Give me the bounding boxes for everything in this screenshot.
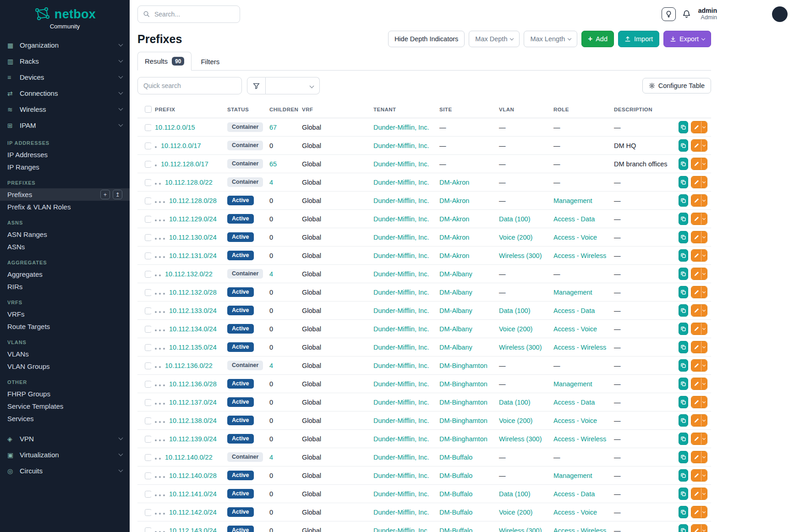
site-link[interactable]: DM-Albany	[439, 344, 472, 351]
row-checkbox[interactable]	[145, 271, 151, 278]
tenant-link[interactable]: Dunder-Mifflin, Inc.	[373, 142, 429, 149]
copy-button[interactable]	[679, 231, 688, 243]
edit-dropdown-caret[interactable]	[701, 268, 707, 280]
copy-button[interactable]	[679, 396, 688, 408]
copy-button[interactable]	[679, 323, 688, 335]
edit-button[interactable]	[691, 470, 701, 481]
edit-dropdown-caret[interactable]	[701, 250, 707, 261]
role-link[interactable]: Management	[553, 472, 592, 479]
edit-dropdown-caret[interactable]	[701, 286, 707, 298]
site-link[interactable]: DM-Binghamton	[439, 417, 487, 424]
tenant-link[interactable]: Dunder-Mifflin, Inc.	[373, 325, 429, 333]
role-link[interactable]: Access - Wireless	[553, 344, 606, 351]
edit-button[interactable]	[691, 250, 701, 261]
copy-button[interactable]	[679, 139, 688, 152]
sidebar-item-vlan-groups[interactable]: VLAN Groups	[0, 360, 130, 373]
vlan-link[interactable]: Wireless (300)	[499, 527, 542, 532]
prefix-link[interactable]: 10.112.138.0/24	[169, 417, 217, 424]
column-header-vlan[interactable]: VLAN	[495, 101, 550, 118]
prefix-link[interactable]: 10.112.140.0/28	[169, 472, 217, 479]
copy-button[interactable]	[679, 213, 688, 225]
column-header-status[interactable]: STATUS	[224, 101, 266, 118]
import-mini-button[interactable]: ↥	[113, 190, 122, 199]
quick-search-input[interactable]	[137, 77, 242, 94]
column-header-site[interactable]: SITE	[436, 101, 495, 118]
role-link[interactable]: Access - Data	[553, 215, 595, 223]
copy-button[interactable]	[679, 359, 688, 372]
avatar[interactable]	[772, 6, 788, 22]
edit-button[interactable]	[691, 158, 701, 170]
site-link[interactable]: DM-Binghamton	[439, 362, 487, 369]
edit-dropdown-caret[interactable]	[701, 195, 707, 206]
site-link[interactable]: DM-Buffalo	[439, 527, 472, 532]
edit-dropdown-caret[interactable]	[701, 433, 707, 444]
prefix-link[interactable]: 10.112.129.0/24	[169, 215, 217, 223]
prefix-link[interactable]: 10.112.142.0/24	[169, 509, 217, 516]
edit-button[interactable]	[691, 286, 701, 298]
copy-button[interactable]	[679, 194, 688, 207]
sidebar-item-virtualization[interactable]: ▣Virtualization	[0, 447, 130, 463]
tab-filters[interactable]: Filters	[193, 53, 227, 71]
prefix-link[interactable]: 10.112.134.0/24	[169, 325, 217, 333]
sidebar-item-prefix-vlan-roles[interactable]: Prefix & VLAN Roles	[0, 201, 130, 213]
edit-dropdown-caret[interactable]	[701, 415, 707, 426]
edit-button[interactable]	[691, 213, 701, 225]
edit-dropdown-caret[interactable]	[701, 121, 707, 133]
notifications-button[interactable]	[682, 10, 691, 18]
row-checkbox[interactable]	[145, 216, 151, 223]
edit-button[interactable]	[691, 378, 701, 389]
edit-button[interactable]	[691, 415, 701, 426]
select-all-checkbox[interactable]	[145, 106, 152, 113]
edit-dropdown-caret[interactable]	[701, 213, 707, 225]
prefix-link[interactable]: 10.112.0.0/17	[161, 142, 201, 149]
edit-dropdown-caret[interactable]	[701, 360, 707, 371]
tenant-link[interactable]: Dunder-Mifflin, Inc.	[373, 454, 429, 461]
tenant-link[interactable]: Dunder-Mifflin, Inc.	[373, 124, 429, 131]
row-checkbox[interactable]	[145, 143, 151, 149]
edit-button[interactable]	[691, 451, 701, 463]
edit-button[interactable]	[691, 433, 701, 444]
row-checkbox[interactable]	[145, 381, 151, 388]
prefix-link[interactable]: 10.112.0.0/15	[155, 124, 195, 131]
role-link[interactable]: Access - Voice	[553, 325, 597, 333]
site-link[interactable]: DM-Albany	[439, 270, 472, 278]
max-length-dropdown[interactable]: Max Length	[524, 31, 577, 47]
max-depth-dropdown[interactable]: Max Depth	[469, 31, 520, 47]
copy-button[interactable]	[679, 341, 688, 353]
import-button[interactable]: Import	[618, 31, 659, 47]
edit-dropdown-caret[interactable]	[701, 470, 707, 481]
role-link[interactable]: Access - Data	[553, 490, 595, 498]
prefix-link[interactable]: 10.112.133.0/24	[169, 307, 217, 314]
site-link[interactable]: DM-Albany	[439, 325, 472, 333]
sidebar-item-aggregates[interactable]: Aggregates	[0, 268, 130, 280]
row-checkbox[interactable]	[145, 472, 151, 479]
prefix-link[interactable]: 10.112.128.0/17	[161, 160, 208, 168]
edit-dropdown-caret[interactable]	[701, 488, 707, 499]
role-link[interactable]: Access - Wireless	[553, 252, 606, 259]
vlan-link[interactable]: Data (100)	[499, 490, 531, 498]
site-link[interactable]: DM-Akron	[439, 179, 469, 186]
site-link[interactable]: DM-Binghamton	[439, 435, 487, 443]
column-header-prefix[interactable]: PREFIX	[151, 101, 224, 118]
vlan-link[interactable]: Data (100)	[499, 399, 531, 406]
row-checkbox[interactable]	[145, 197, 151, 204]
tenant-link[interactable]: Dunder-Mifflin, Inc.	[373, 270, 429, 278]
edit-button[interactable]	[691, 506, 701, 518]
prefix-link[interactable]: 10.112.136.0/28	[169, 380, 217, 388]
role-link[interactable]: Management	[553, 380, 592, 388]
role-link[interactable]: Access - Voice	[553, 234, 597, 241]
row-checkbox[interactable]	[145, 234, 151, 241]
site-link[interactable]: DM-Akron	[439, 215, 469, 223]
copy-button[interactable]	[679, 304, 688, 317]
column-header-tenant[interactable]: TENANT	[370, 101, 436, 118]
children-count-link[interactable]: 67	[269, 124, 277, 131]
copy-button[interactable]	[679, 506, 688, 518]
vlan-link[interactable]: Data (100)	[499, 307, 531, 314]
theme-toggle-button[interactable]	[662, 7, 676, 21]
tenant-link[interactable]: Dunder-Mifflin, Inc.	[373, 435, 429, 443]
sidebar-item-racks[interactable]: ▥Racks	[0, 53, 130, 69]
sidebar-item-asn-ranges[interactable]: ASN Ranges	[0, 228, 130, 241]
role-link[interactable]: Access - Wireless	[553, 527, 606, 532]
sidebar-item-vpn[interactable]: ◈VPN	[0, 431, 130, 447]
copy-button[interactable]	[679, 414, 688, 427]
